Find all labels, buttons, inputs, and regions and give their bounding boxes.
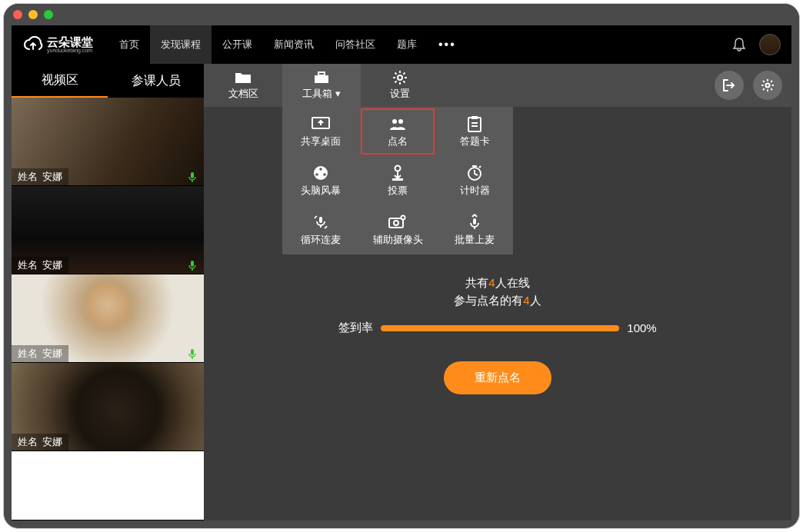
tool-answer-card[interactable]: 答题卡	[436, 107, 513, 156]
tool-timer[interactable]: 计时器	[436, 156, 513, 205]
nav-discover[interactable]: 发现课程	[150, 25, 212, 64]
people-icon	[388, 117, 407, 131]
logo-subtext: yunduoketang.com	[47, 48, 93, 53]
video-tile[interactable]	[12, 451, 204, 520]
video-tile[interactable]: 姓名 安娜	[12, 274, 204, 363]
window-maximize-dot[interactable]	[44, 10, 53, 19]
screen-share-icon	[312, 117, 330, 131]
settings-label: 设置	[390, 87, 410, 101]
window-titlebar	[4, 4, 799, 25]
doc-area-label: 文档区	[228, 87, 258, 101]
bell-icon	[732, 37, 746, 52]
toolbox-label: 工具箱	[302, 88, 332, 99]
svg-point-21	[394, 221, 398, 225]
mic-icon	[187, 171, 198, 184]
svg-point-16	[395, 165, 401, 171]
exit-icon	[722, 78, 736, 92]
logo-text: 云朵课堂	[47, 36, 93, 48]
video-tile[interactable]: 姓名 安娜	[12, 98, 204, 186]
svg-rect-10	[468, 118, 481, 131]
svg-point-8	[392, 119, 397, 124]
cloud-logo-icon	[22, 36, 44, 53]
exit-button[interactable]	[715, 71, 744, 100]
sidebar: 视频区 参课人员 姓名 安娜	[12, 64, 204, 520]
svg-point-14	[315, 173, 318, 176]
svg-rect-19	[319, 217, 322, 223]
participant-label: 姓名	[18, 435, 38, 449]
tool-loop-mic[interactable]: 循环连麦	[282, 205, 359, 254]
timer-icon	[466, 165, 483, 181]
participant-label: 姓名	[18, 170, 38, 184]
tool-vote[interactable]: 投票	[359, 156, 436, 205]
svg-rect-3	[315, 75, 328, 83]
tool-share-desktop[interactable]: 共享桌面	[282, 107, 359, 156]
rollcall-panel: 共有4人在线 参与点名的有4人 签到率 100% 重新点名	[204, 276, 791, 394]
svg-rect-23	[473, 218, 476, 224]
nav-bank[interactable]: 题库	[386, 25, 428, 64]
video-tile[interactable]: 姓名 安娜	[12, 363, 204, 451]
vote-icon	[390, 165, 405, 181]
video-tile[interactable]: 姓名 安娜	[12, 186, 204, 274]
svg-point-13	[319, 168, 322, 171]
participant-label: 姓名	[18, 258, 38, 272]
mic-up-icon	[467, 214, 482, 231]
nav-home[interactable]: 首页	[108, 25, 150, 64]
caret-down-icon: ▾	[335, 88, 341, 99]
svg-point-15	[323, 173, 326, 176]
nav-qa[interactable]: 问答社区	[325, 25, 386, 64]
video-list: 姓名 安娜 姓名 安娜	[12, 98, 204, 520]
gear-icon	[392, 70, 408, 85]
toolbox-button[interactable]: 工具箱 ▾	[282, 64, 361, 107]
toolbox-dropdown: 共享桌面 点名 答题卡 头脑风暴	[282, 107, 513, 254]
svg-rect-2	[191, 349, 194, 355]
settings-gear-button[interactable]	[753, 71, 782, 100]
svg-rect-0	[191, 172, 194, 178]
clipboard-icon	[467, 115, 482, 132]
svg-rect-20	[389, 218, 403, 228]
participated-count-text: 参与点名的有4人	[454, 294, 541, 308]
window-close-dot[interactable]	[13, 10, 22, 19]
participant-name: 安娜	[42, 258, 62, 272]
notifications-button[interactable]	[728, 34, 750, 55]
svg-point-6	[766, 84, 770, 88]
tab-video-area[interactable]: 视频区	[12, 64, 108, 98]
settings-button[interactable]: 设置	[361, 64, 439, 107]
checkin-rate-label: 签到率	[338, 321, 373, 335]
svg-point-9	[398, 119, 403, 124]
tool-roll-call[interactable]: 点名	[359, 107, 436, 156]
tab-participants[interactable]: 参课人员	[108, 64, 204, 98]
nav-items: 首页 发现课程 公开课 新闻资讯 问答社区 题库 •••	[108, 25, 467, 64]
participant-name: 安娜	[42, 170, 62, 184]
mic-toggle[interactable]	[187, 260, 199, 272]
checkin-percent: 100%	[627, 321, 656, 334]
top-nav: 云朵课堂 yunduoketang.com 首页 发现课程 公开课 新闻资讯 问…	[12, 25, 791, 64]
tool-aux-camera[interactable]: 辅助摄像头	[359, 205, 436, 254]
doc-area-button[interactable]: 文档区	[204, 64, 282, 107]
camera-plus-icon	[388, 214, 407, 230]
participant-name: 安娜	[42, 435, 62, 449]
re-rollcall-button[interactable]: 重新点名	[444, 361, 551, 394]
svg-rect-4	[318, 72, 325, 75]
nav-public[interactable]: 公开课	[212, 25, 263, 64]
online-count-text: 共有4人在线	[465, 276, 529, 291]
checkin-progress-bar	[381, 325, 619, 331]
loop-mic-icon	[312, 214, 329, 231]
nav-news[interactable]: 新闻资讯	[263, 25, 325, 64]
window-minimize-dot[interactable]	[28, 10, 38, 19]
main-toolbar: 文档区 工具箱 ▾ 设置	[204, 64, 791, 107]
profile-avatar[interactable]	[759, 34, 781, 55]
folder-icon	[235, 71, 252, 85]
tool-batch-mic[interactable]: 批量上麦	[436, 205, 513, 254]
participant-label: 姓名	[18, 347, 38, 361]
toolbox-icon	[313, 71, 330, 85]
mic-icon	[187, 260, 198, 272]
tool-brainstorm[interactable]: 头脑风暴	[282, 156, 359, 205]
participant-name: 安娜	[42, 347, 62, 361]
logo[interactable]: 云朵课堂 yunduoketang.com	[22, 36, 93, 53]
nav-more[interactable]: •••	[428, 25, 467, 64]
mic-toggle[interactable]	[187, 171, 199, 184]
svg-rect-17	[392, 178, 403, 181]
main-area: 文档区 工具箱 ▾ 设置	[204, 64, 791, 520]
mic-toggle[interactable]	[187, 348, 199, 361]
mic-icon	[187, 348, 198, 361]
